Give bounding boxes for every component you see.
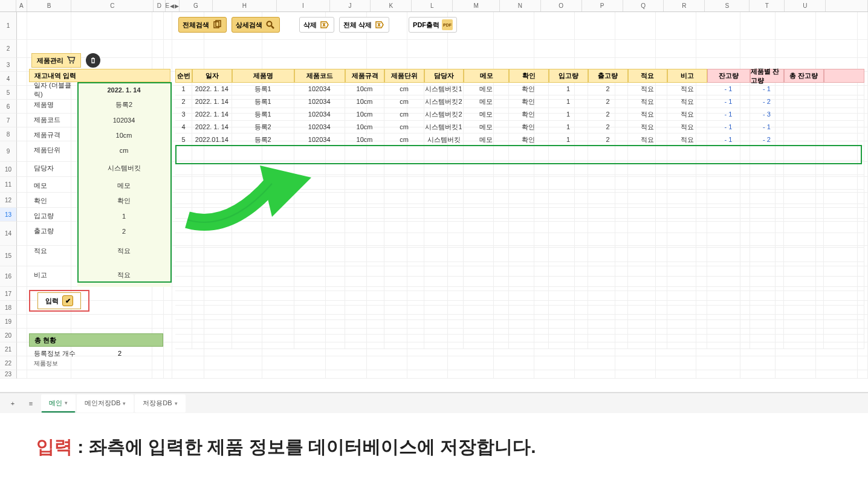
table-header[interactable]: 비고 — [667, 69, 707, 83]
table-cell[interactable] — [345, 291, 385, 306]
table-cell[interactable] — [175, 190, 192, 204]
table-cell[interactable] — [784, 83, 824, 95]
table-cell[interactable] — [824, 335, 864, 349]
table-cell[interactable] — [750, 306, 784, 320]
table-cell[interactable] — [464, 277, 509, 291]
cell[interactable] — [17, 266, 27, 287]
cell[interactable] — [17, 356, 27, 370]
cell[interactable] — [740, 370, 775, 379]
table-cell[interactable] — [175, 248, 192, 262]
table-cell[interactable] — [750, 320, 784, 335]
table-cell[interactable]: 1 — [549, 83, 589, 95]
table-cell[interactable] — [232, 320, 294, 335]
cell[interactable] — [17, 193, 27, 208]
table-cell[interactable] — [384, 291, 424, 306]
col-D[interactable]: D — [154, 0, 165, 11]
table-cell[interactable] — [192, 175, 232, 190]
table-cell[interactable] — [784, 95, 824, 108]
cell[interactable] — [326, 40, 366, 58]
table-cell[interactable] — [549, 161, 589, 175]
table-cell[interactable] — [294, 277, 345, 291]
cell[interactable] — [534, 370, 575, 379]
col-A[interactable]: A — [16, 0, 27, 11]
table-cell[interactable] — [824, 133, 864, 146]
table-cell[interactable] — [549, 190, 589, 204]
cell[interactable] — [776, 12, 816, 40]
table-cell[interactable]: 시스템버킷2 — [424, 95, 464, 108]
table-cell[interactable]: 적요 — [667, 133, 707, 146]
table-cell[interactable]: 2022. 1. 14 — [192, 83, 232, 95]
table-cell[interactable]: cm — [384, 83, 424, 95]
all-sheets-button[interactable]: ≡ — [23, 400, 39, 407]
cell[interactable] — [575, 40, 615, 58]
table-cell[interactable]: 적요 — [667, 95, 707, 108]
cell[interactable] — [17, 162, 27, 177]
row-header-20[interactable]: 20 — [0, 329, 17, 342]
table-cell[interactable] — [628, 233, 668, 248]
table-cell[interactable] — [707, 262, 750, 277]
table-cell[interactable] — [294, 233, 345, 248]
table-cell[interactable]: 시스템버킷1 — [424, 121, 464, 133]
table-cell[interactable] — [175, 291, 192, 306]
table-cell[interactable] — [424, 320, 464, 335]
table-cell[interactable] — [294, 306, 345, 320]
table-cell[interactable] — [464, 233, 509, 248]
table-cell[interactable] — [628, 161, 668, 175]
table-cell[interactable] — [175, 262, 192, 277]
table-cell[interactable]: 4 — [175, 121, 192, 133]
table-cell[interactable] — [667, 204, 707, 219]
col-M[interactable]: M — [453, 0, 500, 11]
cell[interactable] — [152, 12, 164, 40]
row-header-2[interactable]: 2 — [0, 40, 17, 58]
cell[interactable] — [494, 12, 534, 40]
table-cell[interactable] — [232, 291, 294, 306]
cell[interactable] — [17, 12, 27, 40]
table-cell[interactable]: 102034 — [294, 95, 345, 108]
table-cell[interactable]: 2 — [175, 95, 192, 108]
cell[interactable] — [164, 356, 172, 370]
table-cell[interactable]: - 1 — [707, 95, 750, 108]
table-cell[interactable] — [384, 190, 424, 204]
cell[interactable] — [204, 370, 262, 379]
table-cell[interactable] — [549, 175, 589, 190]
table-cell[interactable] — [667, 146, 707, 161]
col-extra[interactable] — [826, 0, 868, 11]
table-cell[interactable]: 확인 — [509, 108, 549, 121]
table-cell[interactable] — [784, 219, 824, 233]
row-header-1[interactable]: 1 — [0, 12, 17, 40]
table-cell[interactable] — [824, 219, 864, 233]
table-cell[interactable] — [424, 277, 464, 291]
table-cell[interactable] — [588, 248, 628, 262]
table-cell[interactable] — [345, 146, 385, 161]
panel-field-value[interactable]: 시스템버킷 — [77, 158, 170, 178]
table-cell[interactable] — [824, 248, 864, 262]
panel-field-value[interactable]: 2 — [77, 223, 170, 239]
cell[interactable] — [858, 40, 868, 58]
table-cell[interactable]: 2022. 1. 14 — [192, 108, 232, 121]
table-cell[interactable] — [192, 335, 232, 349]
table-cell[interactable] — [384, 277, 424, 291]
table-cell[interactable] — [628, 219, 668, 233]
table-cell[interactable] — [707, 277, 750, 291]
cell[interactable] — [17, 58, 27, 72]
table-cell[interactable] — [784, 277, 824, 291]
table-cell[interactable] — [784, 133, 824, 146]
table-cell[interactable] — [384, 161, 424, 175]
table-cell[interactable]: 적요 — [628, 108, 668, 121]
col-H[interactable]: H — [213, 0, 277, 11]
table-cell[interactable] — [750, 291, 784, 306]
table-cell[interactable] — [384, 306, 424, 320]
table-cell[interactable]: - 1 — [750, 121, 784, 133]
row-header-21[interactable]: 21 — [0, 342, 17, 356]
table-cell[interactable] — [628, 190, 668, 204]
table-cell[interactable] — [424, 190, 464, 204]
table-cell[interactable] — [232, 204, 294, 219]
table-cell[interactable] — [175, 233, 192, 248]
table-cell[interactable] — [345, 277, 385, 291]
table-header-summary[interactable]: 총 잔고량 — [784, 69, 824, 83]
table-cell[interactable] — [824, 262, 864, 277]
cell[interactable] — [17, 370, 27, 379]
table-cell[interactable] — [667, 233, 707, 248]
table-cell[interactable]: 적요 — [628, 83, 668, 95]
table-cell[interactable] — [294, 146, 345, 161]
